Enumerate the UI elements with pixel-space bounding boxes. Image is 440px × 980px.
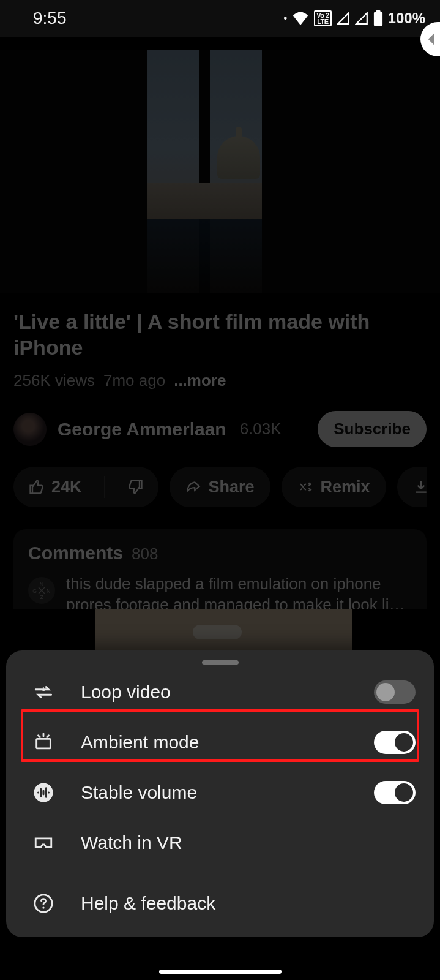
comments-count: 808 [132, 545, 158, 564]
loop-icon: 1 [31, 682, 56, 703]
share-icon [185, 479, 201, 495]
dislike-button[interactable] [112, 467, 158, 507]
channel-row[interactable]: George Ammerlaan 6.03K Subscribe [13, 411, 427, 447]
video-player[interactable] [0, 50, 440, 293]
svg-text:N: N [40, 581, 43, 587]
stable-volume-icon [31, 782, 56, 803]
remix-button[interactable]: Remix [282, 467, 386, 507]
svg-rect-0 [374, 12, 382, 26]
menu-item-vr[interactable]: Watch in VR [6, 818, 434, 868]
dot-indicator-icon: • [284, 13, 288, 24]
comments-title: Comments [28, 543, 123, 564]
more-link[interactable]: ...more [174, 371, 226, 390]
help-label: Help & feedback [81, 893, 416, 914]
ambient-mode-icon [31, 732, 56, 753]
upload-age: 7mo ago [103, 371, 165, 390]
menu-item-loop[interactable]: 1 Loop video [6, 667, 434, 717]
svg-text:1: 1 [42, 686, 45, 692]
svg-text:N: N [47, 588, 50, 594]
subscriber-count: 6.03K [240, 420, 282, 439]
battery-icon [373, 10, 383, 26]
thumbs-down-icon [127, 478, 144, 496]
player-options-sheet: 1 Loop video Ambient mode Stable volume … [6, 650, 434, 937]
like-count: 24K [51, 478, 82, 497]
vr-label: Watch in VR [81, 832, 416, 853]
compass-icon: NZGN [32, 581, 51, 600]
subscribe-button[interactable]: Subscribe [318, 411, 427, 447]
status-icons: • Vo 2LTE 100% [284, 10, 425, 27]
chevron-left-icon [428, 33, 436, 45]
status-time: 9:55 [33, 9, 67, 28]
share-button[interactable]: Share [170, 467, 270, 507]
sheet-grabber[interactable] [202, 660, 239, 665]
menu-item-help[interactable]: Help & feedback [6, 878, 434, 929]
status-bar: 9:55 • Vo 2LTE 100% [0, 0, 440, 37]
signal-2-icon [355, 12, 368, 25]
loop-label: Loop video [81, 682, 374, 703]
signal-1-icon [337, 12, 350, 25]
svg-rect-1 [376, 10, 380, 13]
like-dislike-chip: 24K [13, 467, 158, 507]
share-label: Share [209, 478, 255, 497]
action-chips: 24K Share Remix Download [13, 467, 427, 507]
menu-separator [31, 873, 416, 873]
gesture-nav-pill[interactable] [159, 970, 282, 974]
like-button[interactable]: 24K [13, 467, 97, 507]
commenter-avatar: NZGN [28, 577, 55, 604]
menu-item-ambient[interactable]: Ambient mode [6, 717, 434, 767]
loop-toggle[interactable] [374, 680, 416, 704]
svg-point-10 [42, 907, 44, 908]
video-details: 'Live a little' | A short film made with… [0, 293, 440, 631]
help-icon [31, 893, 56, 914]
download-button[interactable]: Download [397, 467, 427, 507]
vr-icon [31, 832, 56, 853]
battery-percent: 100% [388, 10, 425, 27]
stable-volume-toggle[interactable] [374, 781, 416, 804]
menu-item-stable-volume[interactable]: Stable volume [6, 767, 434, 818]
thumbs-up-icon [28, 478, 45, 496]
svg-text:Z: Z [40, 594, 43, 600]
channel-avatar[interactable] [13, 413, 47, 446]
remix-icon [297, 479, 313, 495]
download-icon [413, 479, 427, 495]
ambient-label: Ambient mode [81, 732, 374, 753]
svg-rect-7 [37, 739, 51, 748]
svg-text:G: G [32, 588, 37, 594]
video-meta[interactable]: 256K views 7mo ago ...more [13, 371, 427, 390]
channel-name[interactable]: George Ammerlaan [58, 419, 226, 440]
volte-icon: Vo 2LTE [314, 10, 331, 26]
video-title[interactable]: 'Live a little' | A short film made with… [13, 309, 427, 360]
stable-volume-label: Stable volume [81, 782, 374, 803]
wifi-icon [292, 12, 309, 25]
remix-label: Remix [321, 478, 370, 497]
ambient-toggle[interactable] [374, 731, 416, 754]
view-count: 256K views [13, 371, 95, 390]
